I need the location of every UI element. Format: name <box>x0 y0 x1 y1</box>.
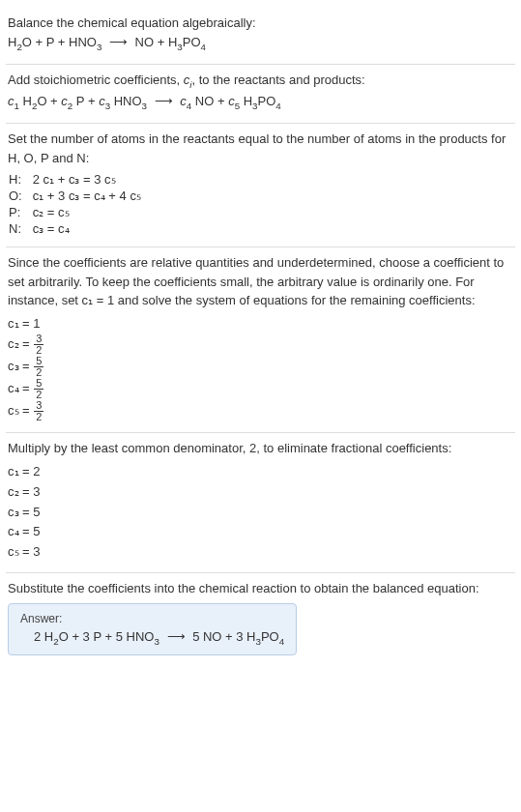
lhs: c₃ <box>33 221 44 236</box>
fraction: 52 <box>34 356 43 378</box>
equals: = <box>79 172 94 187</box>
equals: = <box>43 205 58 219</box>
subscript: 4 <box>201 41 206 51</box>
lcd-text: Multiply by the least common denominator… <box>8 439 513 458</box>
denominator: 2 <box>34 412 43 422</box>
rhs: c₅ <box>58 205 70 219</box>
text: , to the reactants and products: <box>192 72 365 87</box>
equals: = <box>43 221 58 236</box>
coeff-equation: c1 H2O + c2 P + c3 HNO3 ⟶ c4 NO + c5 H3P… <box>8 92 513 113</box>
eq-row: H: 2 c₁ + c₃ = 3 c₅ <box>8 171 142 188</box>
coeff-line: c₂ = 3 <box>8 482 513 503</box>
lhs: 2 c₁ + c₃ <box>33 172 80 187</box>
coeff-line: c₅ = 3 <box>8 542 513 563</box>
coeff-line: c₄ = 52 <box>8 378 513 400</box>
sub: 3 <box>142 101 147 111</box>
eq-row: N: c₃ = c₄ <box>8 220 142 237</box>
section-solve: Since the coefficients are relative quan… <box>6 247 515 433</box>
text: 5 NO + 3 H <box>192 629 255 644</box>
solve-text: Since the coefficients are relative quan… <box>8 253 513 310</box>
coeff-label: c₅ = <box>8 403 33 418</box>
answer-label: Answer: <box>20 612 284 625</box>
text: NO + <box>191 94 228 108</box>
text: PO <box>261 629 279 644</box>
eq-row: P: c₂ = c₅ <box>8 204 142 220</box>
rhs: c₄ <box>58 221 70 236</box>
element-label: P: <box>8 204 32 220</box>
section-stoichiometric: Add stoichiometric coefficients, ci, to … <box>6 65 515 124</box>
text: P + <box>72 94 99 108</box>
coeff-line: c₁ = 2 <box>8 462 513 482</box>
rhs: 3 c₅ <box>94 172 115 187</box>
section-problem: Balance the chemical equation algebraica… <box>6 8 515 65</box>
coeff-line: c₄ = 5 <box>8 522 513 542</box>
text: H <box>240 94 252 108</box>
reactant-text: H <box>8 35 16 49</box>
section-lcd: Multiply by the least common denominator… <box>6 433 515 572</box>
substitute-text: Substitute the coefficients into the che… <box>8 579 513 598</box>
coeff-list: c₁ = 2 c₂ = 3 c₃ = 5 c₄ = 5 c₅ = 3 <box>8 462 513 563</box>
product-text: PO <box>183 35 201 49</box>
fraction: 52 <box>34 378 43 400</box>
section-answer: Substitute the coefficients into the che… <box>6 573 515 665</box>
lhs: c₁ + 3 c₃ <box>33 188 80 203</box>
equation: c₃ = c₄ <box>32 220 142 237</box>
coeff-line: c₃ = 5 <box>8 503 513 523</box>
lhs: c₂ <box>33 205 44 219</box>
rhs: c₄ + 4 c₅ <box>94 188 141 203</box>
equation: c₂ = c₅ <box>32 204 142 220</box>
section-atom-balance: Set the number of atoms in the reactants… <box>6 124 515 247</box>
subscript: 3 <box>97 41 101 51</box>
equation: c₁ + 3 c₃ = c₄ + 4 c₅ <box>32 188 142 204</box>
element-label: O: <box>8 188 32 204</box>
product-text: NO + H <box>135 35 178 49</box>
text: O + <box>37 94 61 108</box>
element-label: H: <box>8 171 32 188</box>
coeff-list: c₁ = 1 c₂ = 32 c₃ = 52 c₄ = 52 c₅ = 32 <box>8 314 513 423</box>
coeff-label: c₂ = <box>8 336 33 351</box>
coeff-line: c₃ = 52 <box>8 356 513 378</box>
sub: 4 <box>279 636 284 647</box>
problem-title: Balance the chemical equation algebraica… <box>8 14 513 33</box>
coeff-label: c₄ = <box>8 381 33 395</box>
worked-solution: Balance the chemical equation algebraica… <box>0 0 521 673</box>
sub: 4 <box>275 101 280 111</box>
text: O + 3 P + 5 HNO <box>59 629 155 644</box>
fraction: 32 <box>34 334 43 356</box>
sub: 3 <box>154 636 159 647</box>
arrow: ⟶ <box>151 94 177 108</box>
arrow: ⟶ <box>163 629 189 644</box>
coeff-label: c₃ = <box>8 359 33 373</box>
balance-text: Set the number of atoms in the reactants… <box>8 130 513 167</box>
text: HNO <box>110 94 142 108</box>
text: H <box>19 94 32 108</box>
fraction: 32 <box>34 400 43 422</box>
eq-row: O: c₁ + 3 c₃ = c₄ + 4 c₅ <box>8 188 142 204</box>
text: PO <box>258 94 276 108</box>
stoich-text: Add stoichiometric coefficients, ci, to … <box>8 71 513 92</box>
arrow: ⟶ <box>105 35 131 49</box>
coeff-line: c₅ = 32 <box>8 400 513 422</box>
text: Add stoichiometric coefficients, <box>8 72 184 87</box>
equation: 2 c₁ + c₃ = 3 c₅ <box>32 171 142 188</box>
answer-box: Answer: 2 H2O + 3 P + 5 HNO3 ⟶ 5 NO + 3 … <box>8 603 297 655</box>
balanced-equation: 2 H2O + 3 P + 5 HNO3 ⟶ 5 NO + 3 H3PO4 <box>20 625 284 647</box>
coeff-line: c₁ = 1 <box>8 314 513 334</box>
equals: = <box>79 188 94 203</box>
text: 2 H <box>34 629 53 644</box>
balance-equations: H: 2 c₁ + c₃ = 3 c₅ O: c₁ + 3 c₃ = c₄ + … <box>8 171 142 237</box>
coeff-line: c₂ = 32 <box>8 334 513 356</box>
unbalanced-equation: H2O + P + HNO3 ⟶ NO + H3PO4 <box>8 33 513 54</box>
element-label: N: <box>8 220 32 237</box>
reactant-text: O + P + HNO <box>22 35 97 49</box>
